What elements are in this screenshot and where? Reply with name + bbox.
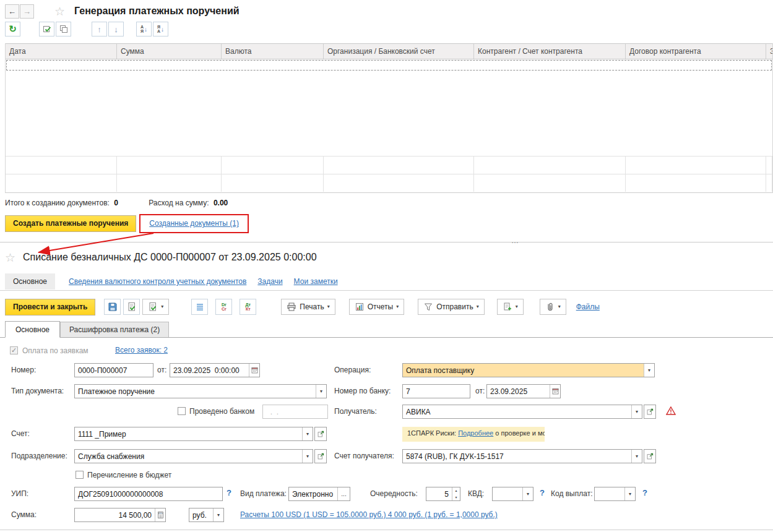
chevron-down-icon: ▾ <box>636 410 638 414</box>
recipient-open-button[interactable] <box>644 405 656 419</box>
bank-posted-label: Проведено банком <box>189 405 254 419</box>
budget-transfer-checkbox[interactable] <box>76 471 84 479</box>
send-label: Отправить <box>436 302 473 311</box>
document-nav-bar: Основное Сведения валютного контроля уче… <box>0 273 773 291</box>
payout-code-help-button[interactable]: ? <box>642 488 647 497</box>
tab-main[interactable]: Основное <box>5 321 60 338</box>
payout-code-dropdown-button[interactable]: ▾ <box>624 487 635 500</box>
operation-dropdown-button[interactable]: ▾ <box>644 364 654 377</box>
uip-help-button[interactable]: ? <box>227 488 231 497</box>
date-input[interactable] <box>170 364 249 377</box>
account-open-button[interactable] <box>314 427 327 441</box>
kvd-label: КВД: <box>468 487 484 502</box>
post-document-icon <box>148 302 158 312</box>
doctype-input[interactable] <box>75 385 316 398</box>
nav-item-main[interactable]: Основное <box>5 273 55 290</box>
nav-link-tasks[interactable]: Задачи <box>257 277 282 286</box>
kvd-input[interactable] <box>493 487 522 500</box>
subordination-structure-button[interactable] <box>191 299 208 315</box>
nav-link-my-notes[interactable]: Мои заметки <box>294 277 338 286</box>
currency-dropdown-button[interactable]: ▾ <box>213 508 223 521</box>
save-button[interactable] <box>104 299 121 315</box>
payment-kind-input[interactable] <box>289 487 337 500</box>
post-document-icon <box>127 302 137 312</box>
form-row-budget: Перечисление в бюджет <box>0 468 773 483</box>
operation-label: Операция: <box>334 363 371 378</box>
recipient-account-input[interactable] <box>403 450 631 463</box>
recipient-account-open-button[interactable] <box>644 449 656 463</box>
document-toolbar: Провести и закрыть ▾ DrCr ДтКт Печать▾ О… <box>5 298 600 315</box>
favorite-star-icon[interactable]: ☆ <box>5 251 15 265</box>
warning-icon <box>666 406 676 416</box>
account-dropdown-button[interactable]: ▾ <box>302 427 313 440</box>
recipient-account-label: Счет получателя: <box>334 449 394 464</box>
priority-input[interactable] <box>426 487 452 500</box>
document-title: Списание безналичных ДС 0000-П000007 от … <box>23 252 316 263</box>
recipient-account-dropdown-button[interactable]: ▾ <box>631 450 642 463</box>
document-movements-button[interactable]: DrCr <box>215 299 232 315</box>
funnel-icon <box>423 302 433 312</box>
reports-button[interactable]: Отчеты▾ <box>349 299 405 315</box>
files-link[interactable]: Файлы <box>576 302 600 311</box>
bank-posted-checkbox[interactable] <box>178 407 186 415</box>
spin-down-icon[interactable]: ▾ <box>452 494 460 501</box>
open-icon <box>317 430 325 438</box>
recipient-dropdown-button[interactable]: ▾ <box>631 405 642 418</box>
settlement-details-link[interactable]: Расчеты 100 USD (1 USD = 105.0000 руб.) … <box>240 510 498 519</box>
bank-date-input[interactable] <box>487 385 550 398</box>
department-input[interactable] <box>75 450 302 463</box>
chevron-down-icon: ▾ <box>516 304 518 309</box>
currency-input[interactable] <box>189 508 213 521</box>
bar-chart-icon <box>355 302 365 312</box>
attachments-button[interactable]: ▾ <box>540 299 566 315</box>
create-based-on-button[interactable]: ▾ <box>497 299 524 315</box>
post-and-close-button[interactable]: Провести и закрыть <box>5 299 95 315</box>
spin-up-icon[interactable]: ▴ <box>452 487 460 494</box>
budget-transfer-label: Перечисление в бюджет <box>87 468 171 483</box>
tab-payment-breakdown[interactable]: Расшифровка платежа (2) <box>60 322 169 337</box>
date-label: от: <box>157 363 166 378</box>
recipient-input[interactable] <box>403 405 631 418</box>
calendar-icon <box>251 366 259 374</box>
kvd-help-button[interactable]: ? <box>540 488 545 497</box>
operation-input[interactable] <box>403 364 644 377</box>
department-dropdown-button[interactable]: ▾ <box>302 450 313 463</box>
bank-date-label: от: <box>475 384 485 399</box>
number-input[interactable] <box>75 364 153 377</box>
kvd-dropdown-button[interactable]: ▾ <box>522 487 533 500</box>
bank-number-input[interactable] <box>403 385 470 398</box>
calendar-button[interactable] <box>550 385 560 398</box>
spark-suffix: о проверке и монитор... <box>495 429 545 437</box>
account-input[interactable] <box>75 427 302 440</box>
open-icon <box>646 408 654 416</box>
number-label: Номер: <box>11 363 36 378</box>
chevron-down-icon: ▾ <box>161 304 163 309</box>
send-button[interactable]: Отправить▾ <box>418 299 485 315</box>
department-open-button[interactable] <box>314 449 327 463</box>
amount-input[interactable] <box>75 508 155 521</box>
dr-cr-icon: DrCr <box>222 302 227 311</box>
calendar-icon <box>551 387 559 395</box>
payment-kind-choose-button[interactable]: ... <box>337 487 350 500</box>
chevron-down-icon: ▾ <box>396 304 399 309</box>
accounting-entries-button[interactable]: ДтКт <box>240 299 256 315</box>
doctype-dropdown-button[interactable]: ▾ <box>316 385 326 398</box>
payout-code-input[interactable] <box>595 487 624 500</box>
spark-details-link[interactable]: Подробнее <box>458 429 493 437</box>
priority-spinner[interactable]: ▴▾ <box>452 487 460 500</box>
calendar-button[interactable] <box>249 364 259 377</box>
post-document-button[interactable] <box>123 299 140 315</box>
paperclip-icon <box>545 302 555 312</box>
spark-risks-banner: 1СПАРК Риски: Подробнее о проверке и мон… <box>402 427 545 442</box>
uip-input[interactable] <box>75 487 222 500</box>
total-requests-link[interactable]: Всего заявок: 2 <box>115 346 168 354</box>
bank-posted-date-input[interactable] <box>263 405 327 418</box>
account-label: Счет: <box>11 427 30 442</box>
chevron-down-icon: ▾ <box>217 513 220 518</box>
calculator-button[interactable] <box>155 508 165 521</box>
print-button[interactable]: Печать▾ <box>281 299 335 315</box>
nav-link-currency-control[interactable]: Сведения валютного контроля учетных доку… <box>69 277 246 286</box>
open-icon <box>317 452 325 460</box>
department-label: Подразделение: <box>11 449 67 464</box>
post-options-button[interactable]: ▾ <box>142 299 169 315</box>
